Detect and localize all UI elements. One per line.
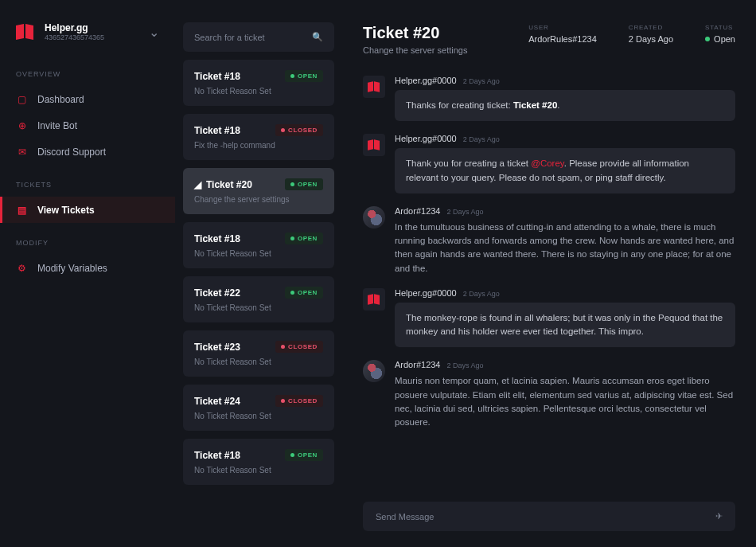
search-input[interactable]: Search for a ticket 🔍 [183, 22, 334, 52]
ticket-card[interactable]: Ticket #18 OPEN No Ticket Reason Set [183, 60, 334, 106]
ticket-subtitle: No Ticket Reason Set [194, 412, 323, 420]
avatar-bot [363, 76, 385, 98]
ticket-card[interactable]: Ticket #22 OPEN No Ticket Reason Set [183, 276, 334, 322]
sidebar: Helper.gg 436527436574365 ⌄ OVERVIEW ▢ D… [0, 0, 175, 547]
nav-heading-modify: MODIFY [0, 239, 175, 255]
message-author: Helper.gg#0000 [395, 76, 457, 85]
ticket-subtitle: No Ticket Reason Set [194, 303, 323, 312]
send-icon[interactable]: ✈ [715, 511, 723, 522]
ticket-detail: Ticket #20 Change the server settings US… [342, 0, 756, 547]
ticket-subtitle: No Ticket Reason Set [194, 358, 323, 366]
message-bubble: Thank you for creating a ticket @Corey. … [395, 148, 735, 193]
status-badge: OPEN [285, 178, 323, 190]
status-badge: CLOSED [275, 341, 323, 353]
flag-icon: ◢ [194, 179, 201, 190]
message: Ardor#12342 Days Ago Mauris non tempor q… [363, 360, 735, 429]
nav-label: Invite Bot [37, 120, 77, 131]
ticket-card[interactable]: Ticket #18 OPEN No Ticket Reason Set [183, 222, 334, 268]
avatar-bot [363, 288, 385, 311]
ticket-card[interactable]: Ticket #23 CLOSED No Ticket Reason Set [183, 330, 334, 377]
ticket-card[interactable]: Ticket #24 CLOSED No Ticket Reason Set [183, 385, 334, 431]
ticket-card[interactable]: ◢Ticket #20 OPEN Change the server setti… [183, 168, 334, 214]
nav-view-tickets[interactable]: ▤ View Tickets [0, 197, 175, 223]
status-badge: OPEN [285, 287, 323, 299]
meta-user: USER ArdorRules#1234 [528, 24, 597, 44]
nav-modify-variables[interactable]: ⚙ Modify Variables [0, 255, 175, 281]
workspace-selector[interactable]: Helper.gg 436527436574365 ⌄ [0, 22, 175, 62]
avatar-user [363, 360, 385, 382]
status-dot-icon [290, 453, 294, 457]
avatar-bot [363, 134, 385, 156]
status-dot-icon [290, 236, 294, 240]
logo-icon [368, 295, 380, 304]
message-composer[interactable]: Send Message ✈ [363, 502, 735, 531]
workspace-name: Helper.gg [45, 22, 139, 33]
workspace-id: 436527436574365 [45, 33, 139, 41]
ticket-list: Search for a ticket 🔍 Ticket #18 OPEN No… [175, 0, 342, 547]
nav-label: View Tickets [37, 205, 95, 216]
status-badge: OPEN [285, 449, 323, 461]
settings-icon: ⚙ [16, 262, 28, 274]
ticket-subtitle: Fix the -help command [194, 141, 323, 150]
detail-title: Ticket #20 [363, 24, 497, 42]
meta-created: CREATED 2 Days Ago [629, 24, 673, 44]
ticket-subtitle: No Ticket Reason Set [194, 466, 323, 475]
ticket-title: Ticket #18 [194, 233, 240, 244]
message: Helper.gg#00002 Days Ago Thanks for crea… [363, 76, 735, 121]
detail-subtitle: Change the server settings [363, 45, 497, 55]
nav-invite-bot[interactable]: ⊕ Invite Bot [0, 112, 175, 139]
message-bubble: The monkey-rope is found in all whalers;… [395, 303, 735, 348]
avatar-user [363, 206, 385, 229]
status-badge: OPEN [285, 70, 323, 82]
status-dot-icon [705, 37, 710, 41]
nav-heading-overview: OVERVIEW [0, 70, 175, 86]
logo-icon [16, 25, 35, 39]
ticket-title: Ticket #18 [194, 71, 240, 82]
message-text: Mauris non tempor quam, et lacinia sapie… [395, 374, 735, 429]
message-time: 2 Days Ago [447, 208, 484, 216]
message-time: 2 Days Ago [447, 361, 484, 369]
ticket-title: Ticket #18 [194, 125, 240, 136]
ticket-card[interactable]: Ticket #18 CLOSED Fix the -help command [183, 114, 334, 160]
message: Helper.gg#00002 Days Ago Thank you for c… [363, 134, 735, 193]
ticket-title: Ticket #18 [194, 450, 240, 461]
message-time: 2 Days Ago [463, 77, 500, 85]
status-dot-icon [290, 74, 294, 78]
ticket-card[interactable]: Ticket #18 OPEN No Ticket Reason Set [183, 439, 334, 485]
detail-header: Ticket #20 Change the server settings US… [363, 24, 735, 55]
ticket-title: Ticket #23 [194, 342, 240, 353]
status-dot-icon [290, 291, 294, 295]
ticket-subtitle: No Ticket Reason Set [194, 249, 323, 258]
message-author: Helper.gg#0000 [395, 134, 457, 143]
search-placeholder: Search for a ticket [194, 33, 265, 42]
chevron-down-icon: ⌄ [149, 25, 159, 40]
nav-heading-tickets: TICKETS [0, 181, 175, 197]
message: Helper.gg#00002 Days Ago The monkey-rope… [363, 288, 735, 348]
message-text: In the tumultuous business of cutting-in… [395, 221, 735, 275]
message-author: Ardor#1234 [395, 360, 441, 369]
nav-dashboard[interactable]: ▢ Dashboard [0, 86, 175, 112]
chat-icon: ✉ [16, 146, 28, 158]
logo-icon [368, 82, 380, 92]
composer-placeholder: Send Message [376, 512, 434, 522]
message: Ardor#12342 Days Ago In the tumultuous b… [363, 206, 735, 275]
status-dot-icon [290, 182, 294, 186]
message-time: 2 Days Ago [463, 135, 500, 143]
ticket-title: Ticket #24 [194, 396, 240, 407]
nav-discord-support[interactable]: ✉ Discord Support [0, 139, 175, 165]
ticket-title: Ticket #22 [194, 287, 240, 299]
search-icon: 🔍 [312, 32, 323, 42]
status-dot-icon [281, 399, 285, 403]
nav-label: Dashboard [37, 94, 84, 105]
dashboard-icon: ▢ [16, 93, 28, 105]
status-badge: CLOSED [275, 124, 323, 136]
status-badge: OPEN [285, 232, 323, 244]
ticket-subtitle: Change the server settings [194, 195, 323, 204]
ticket-icon: ▤ [16, 204, 28, 216]
status-dot-icon [281, 345, 285, 349]
status-dot-icon [281, 128, 285, 132]
plus-icon: ⊕ [16, 119, 28, 131]
message-bubble: Thanks for creating ticket: Ticket #20. [395, 90, 735, 121]
logo-icon [368, 140, 380, 150]
message-time: 2 Days Ago [463, 290, 500, 298]
